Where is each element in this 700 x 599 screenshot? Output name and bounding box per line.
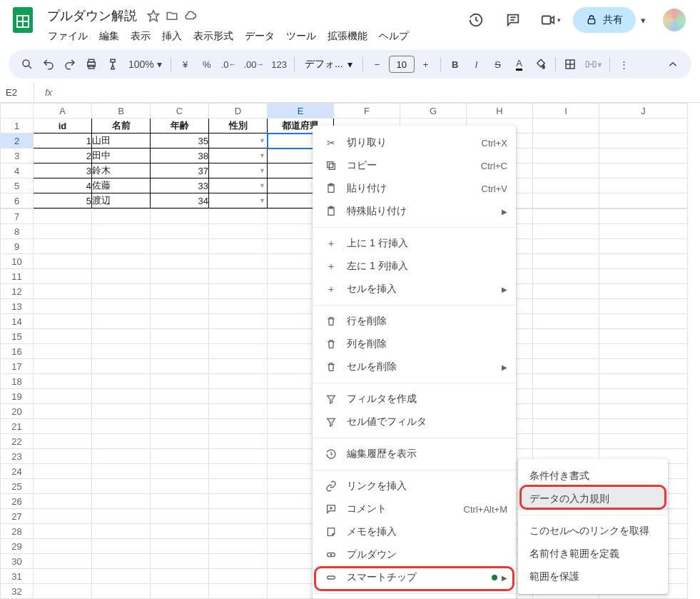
- cell[interactable]: 佐藤: [92, 178, 151, 193]
- cell[interactable]: [599, 359, 688, 374]
- cell[interactable]: [92, 254, 151, 269]
- cell[interactable]: [151, 344, 209, 359]
- cell[interactable]: [34, 494, 92, 509]
- ctx-smart-chip[interactable]: スマートチップ▶: [313, 566, 516, 589]
- cell[interactable]: [92, 434, 151, 449]
- cell[interactable]: [151, 224, 209, 239]
- font-select[interactable]: デフォ... ▾: [299, 58, 358, 71]
- cell[interactable]: 35: [151, 134, 209, 149]
- cell[interactable]: [209, 584, 268, 599]
- cell[interactable]: [92, 209, 151, 224]
- row-header[interactable]: 32: [1, 584, 34, 599]
- strikethrough-icon[interactable]: S: [488, 54, 508, 74]
- row-header[interactable]: 4: [1, 163, 34, 178]
- cell[interactable]: ▼: [209, 193, 268, 208]
- cell[interactable]: 33: [151, 178, 209, 193]
- ctx-delete-row[interactable]: 行を削除: [313, 310, 516, 333]
- cell[interactable]: [599, 178, 688, 193]
- cell[interactable]: [599, 193, 688, 208]
- ctx-copy[interactable]: コピーCtrl+C: [313, 154, 516, 177]
- cell[interactable]: [599, 119, 688, 134]
- cell[interactable]: [533, 299, 599, 314]
- col-header[interactable]: I: [533, 104, 599, 119]
- ctx-insert-note[interactable]: メモを挿入: [313, 520, 516, 543]
- cell[interactable]: [599, 374, 688, 389]
- cell[interactable]: [92, 284, 151, 299]
- col-header[interactable]: G: [400, 104, 467, 119]
- dropdown-arrow-icon[interactable]: ▼: [259, 167, 265, 174]
- row-header[interactable]: 8: [1, 224, 34, 239]
- cell[interactable]: [599, 389, 688, 404]
- cell[interactable]: [34, 539, 92, 554]
- cell[interactable]: [533, 193, 599, 208]
- cell[interactable]: [92, 524, 151, 539]
- dropdown-arrow-icon[interactable]: ▼: [259, 137, 265, 144]
- cell[interactable]: [151, 299, 209, 314]
- bold-icon[interactable]: B: [445, 54, 465, 74]
- cell[interactable]: [209, 419, 268, 434]
- increase-decimal-icon[interactable]: .00→: [240, 54, 267, 74]
- meet-icon[interactable]: ▾: [536, 6, 564, 34]
- fill-color-icon[interactable]: [531, 54, 551, 74]
- row-header[interactable]: 11: [1, 269, 34, 284]
- cell[interactable]: [599, 329, 688, 344]
- sub-conditional-format[interactable]: 条件付き書式: [518, 465, 668, 488]
- cell[interactable]: [209, 494, 268, 509]
- cell[interactable]: [209, 464, 268, 479]
- cell[interactable]: [92, 389, 151, 404]
- name-box[interactable]: E2: [0, 83, 34, 102]
- cell[interactable]: [151, 359, 209, 374]
- menu-edit[interactable]: 編集: [94, 27, 124, 46]
- ctx-comment[interactable]: コメントCtrl+Alt+M: [313, 498, 516, 520]
- cell[interactable]: [34, 209, 92, 224]
- cell[interactable]: [599, 134, 688, 149]
- decrease-font-icon[interactable]: −: [367, 54, 387, 74]
- cell[interactable]: 性別: [209, 119, 268, 134]
- cell[interactable]: [599, 209, 688, 224]
- search-icon[interactable]: [17, 54, 37, 74]
- cell[interactable]: [533, 359, 599, 374]
- more-toolbar-icon[interactable]: ⋮: [614, 54, 634, 74]
- cell[interactable]: [92, 344, 151, 359]
- row-header[interactable]: 25: [1, 479, 34, 494]
- merge-cells-icon[interactable]: ▾: [582, 54, 605, 74]
- row-header[interactable]: 5: [1, 178, 34, 193]
- cell[interactable]: [209, 524, 268, 539]
- cell[interactable]: 鈴木: [92, 163, 151, 178]
- cell[interactable]: [151, 389, 209, 404]
- cell[interactable]: 名前: [92, 119, 151, 134]
- cell[interactable]: [599, 163, 688, 178]
- row-header[interactable]: 3: [1, 149, 34, 163]
- cell[interactable]: [151, 284, 209, 299]
- cell[interactable]: [533, 239, 599, 254]
- cell[interactable]: [599, 239, 688, 254]
- sub-data-validation[interactable]: データの入力規則: [518, 488, 668, 510]
- menu-file[interactable]: ファイル: [43, 27, 93, 46]
- cell[interactable]: [34, 404, 92, 419]
- cell[interactable]: [92, 239, 151, 254]
- cell[interactable]: [92, 404, 151, 419]
- decrease-decimal-icon[interactable]: .0←: [218, 54, 240, 74]
- cell[interactable]: [92, 494, 151, 509]
- cell[interactable]: 2: [34, 149, 92, 163]
- ctx-create-filter[interactable]: フィルタを作成: [313, 388, 516, 411]
- undo-icon[interactable]: [39, 54, 59, 74]
- cell[interactable]: 4: [34, 178, 92, 193]
- increase-font-icon[interactable]: +: [416, 54, 436, 74]
- cell[interactable]: [209, 254, 268, 269]
- menu-extensions[interactable]: 拡張機能: [323, 27, 372, 46]
- dropdown-arrow-icon[interactable]: ▼: [259, 152, 265, 159]
- row-header[interactable]: 6: [1, 193, 34, 208]
- row-header[interactable]: 24: [1, 464, 34, 479]
- row-header[interactable]: 28: [1, 524, 34, 539]
- row-header[interactable]: 21: [1, 419, 34, 434]
- cell[interactable]: [209, 554, 268, 569]
- cell[interactable]: 渡辺: [92, 193, 151, 208]
- cell[interactable]: [533, 178, 599, 193]
- cell[interactable]: [151, 374, 209, 389]
- cell[interactable]: [599, 314, 688, 329]
- cell[interactable]: [599, 284, 688, 299]
- print-icon[interactable]: [81, 54, 101, 74]
- cell[interactable]: [599, 419, 688, 434]
- ctx-insert-row[interactable]: +上に 1 行挿入: [313, 232, 516, 255]
